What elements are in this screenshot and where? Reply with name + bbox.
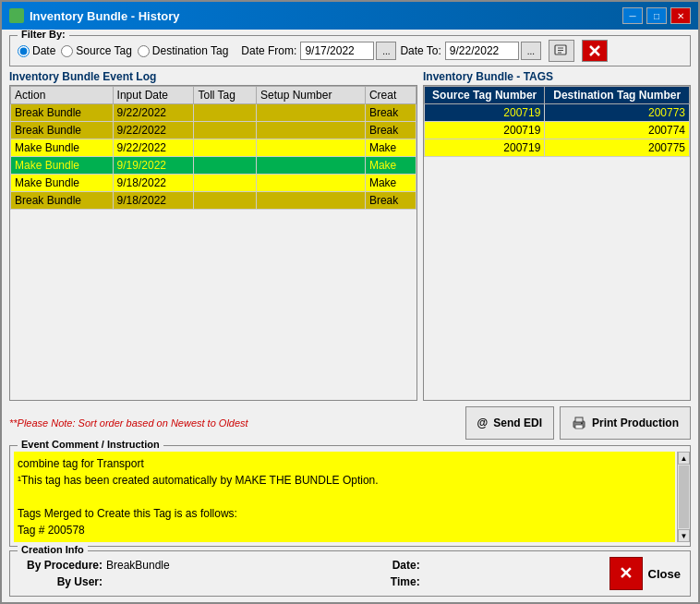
tags-table: Source Tag Number Destination Tag Number… xyxy=(424,86,690,157)
table-row[interactable]: Break Bundle9/18/2022Break xyxy=(11,192,416,210)
minimize-button[interactable]: ─ xyxy=(622,7,643,24)
date-from-input[interactable] xyxy=(300,42,374,60)
tags-table-container[interactable]: Source Tag Number Destination Tag Number… xyxy=(423,85,691,401)
table-cell xyxy=(257,104,366,122)
filter-sourcetag-input[interactable] xyxy=(61,45,73,57)
table-row[interactable]: 200719200773 xyxy=(425,104,690,122)
table-cell xyxy=(194,139,257,157)
source-tag-cell: 200719 xyxy=(425,104,545,122)
print-production-button[interactable]: Print Production xyxy=(560,406,691,440)
event-log-table: Action Input Date Toll Tag Setup Number … xyxy=(10,86,416,210)
table-cell xyxy=(257,175,366,192)
window-title: Inventory Bundle - History xyxy=(30,9,180,23)
col-action: Action xyxy=(11,87,114,104)
filter-desttag-radio[interactable]: Destination Tag xyxy=(138,44,229,57)
title-bar: Inventory Bundle - History ─ □ ✕ xyxy=(2,2,698,30)
clear-button[interactable] xyxy=(582,40,608,62)
table-cell xyxy=(194,175,257,192)
table-cell: 9/19/2022 xyxy=(113,157,194,175)
table-cell: Make xyxy=(365,175,416,192)
destination-tag-cell: 200775 xyxy=(545,139,690,157)
table-cell xyxy=(194,157,257,175)
tags-panel: Inventory Bundle - TAGS Source Tag Numbe… xyxy=(423,70,691,401)
table-cell: 9/22/2022 xyxy=(113,104,194,122)
send-edi-icon: @ xyxy=(477,417,489,429)
x-icon xyxy=(587,43,602,58)
table-cell xyxy=(257,157,366,175)
filter-desttag-input[interactable] xyxy=(138,45,150,57)
table-cell: Break xyxy=(365,104,416,122)
filter-date-input[interactable] xyxy=(18,45,30,57)
title-bar-left: Inventory Bundle - History xyxy=(9,8,180,23)
time-row: Time: xyxy=(337,575,424,588)
search-icon xyxy=(554,43,569,58)
creation-right: Date: Time: xyxy=(337,559,424,588)
send-edi-button[interactable]: @ Send EDI xyxy=(465,406,554,440)
filter-group: Filter By: Date Source Tag Destination T… xyxy=(9,35,691,66)
date-to-input[interactable] xyxy=(445,42,519,60)
table-row[interactable]: 200719200775 xyxy=(425,139,690,157)
table-cell: Make xyxy=(365,139,416,157)
by-user-row: By User: xyxy=(19,575,170,588)
table-row[interactable]: Make Bundle9/18/2022Make xyxy=(11,175,416,192)
date-from-picker[interactable]: ... xyxy=(376,42,396,60)
creation-left: By Procedure: BreakBundle By User: xyxy=(19,559,170,588)
comment-text: combine tag for Transport ¹This tag has … xyxy=(14,452,675,542)
sort-note: **Please Note: Sort order based on Newes… xyxy=(9,417,248,429)
date-to-picker[interactable]: ... xyxy=(521,42,541,60)
printer-icon xyxy=(572,416,586,430)
close-label: Close xyxy=(648,567,681,581)
table-cell: 9/18/2022 xyxy=(113,192,194,210)
close-button[interactable]: ✕ xyxy=(609,557,643,590)
table-cell xyxy=(194,192,257,210)
svg-rect-7 xyxy=(575,417,583,422)
date-to-wrapper: ... xyxy=(445,42,541,60)
table-row[interactable]: Make Bundle9/22/2022Make xyxy=(11,139,416,157)
send-edi-label: Send EDI xyxy=(493,417,542,429)
col-creat: Creat xyxy=(365,87,416,104)
table-cell xyxy=(257,139,366,157)
date-inputs: Date From: ... Date To: ... xyxy=(241,40,608,62)
scroll-thumb[interactable] xyxy=(679,465,689,528)
table-cell: Make Bundle xyxy=(11,157,114,175)
table-cell xyxy=(257,122,366,139)
maximize-button[interactable]: □ xyxy=(646,7,667,24)
panels-row: Inventory Bundle Event Log Action Input … xyxy=(9,70,691,401)
destination-tag-cell: 200774 xyxy=(545,122,690,139)
table-row[interactable]: 200719200774 xyxy=(425,122,690,139)
close-x-icon: ✕ xyxy=(619,563,633,584)
comment-scrollbar[interactable]: ▲ ▼ xyxy=(677,452,690,542)
comment-legend: Event Comment / Instruction xyxy=(18,439,163,450)
table-row[interactable]: Break Bundle9/22/2022Break xyxy=(11,122,416,139)
action-buttons: @ Send EDI Print Production xyxy=(465,406,691,440)
table-row[interactable]: Break Bundle9/22/2022Break xyxy=(11,104,416,122)
table-cell xyxy=(194,104,257,122)
app-icon xyxy=(9,8,24,23)
table-cell: Break Bundle xyxy=(11,192,114,210)
svg-rect-9 xyxy=(581,423,583,425)
col-toll-tag: Toll Tag xyxy=(194,87,257,104)
search-button[interactable] xyxy=(549,40,574,62)
scroll-down-arrow[interactable]: ▼ xyxy=(678,529,690,542)
table-row[interactable]: Make Bundle9/19/2022Make xyxy=(11,157,416,175)
window-close-button[interactable]: ✕ xyxy=(670,7,691,24)
table-cell xyxy=(194,122,257,139)
main-window: Inventory Bundle - History ─ □ ✕ Filter … xyxy=(0,0,700,604)
date-from-label: Date From: xyxy=(241,44,296,57)
filter-sourcetag-radio[interactable]: Source Tag xyxy=(61,44,132,57)
date-label: Date: xyxy=(337,559,420,572)
note-row: **Please Note: Sort order based on Newes… xyxy=(9,405,691,441)
source-tag-cell: 200719 xyxy=(425,139,545,157)
event-log-panel: Inventory Bundle Event Log Action Input … xyxy=(9,70,417,401)
creation-info: Creation Info By Procedure: BreakBundle … xyxy=(9,550,691,597)
table-cell: Break Bundle xyxy=(11,104,114,122)
scroll-up-arrow[interactable]: ▲ xyxy=(678,452,690,465)
date-from-wrapper: ... xyxy=(300,42,396,60)
date-to-label: Date To: xyxy=(400,44,441,57)
tags-col-source: Source Tag Number xyxy=(425,87,545,104)
filter-date-label: Date xyxy=(32,44,55,57)
filter-date-radio[interactable]: Date xyxy=(18,44,55,57)
table-cell: Make Bundle xyxy=(11,139,114,157)
event-log-table-container[interactable]: Action Input Date Toll Tag Setup Number … xyxy=(9,85,417,401)
table-cell: Break Bundle xyxy=(11,122,114,139)
